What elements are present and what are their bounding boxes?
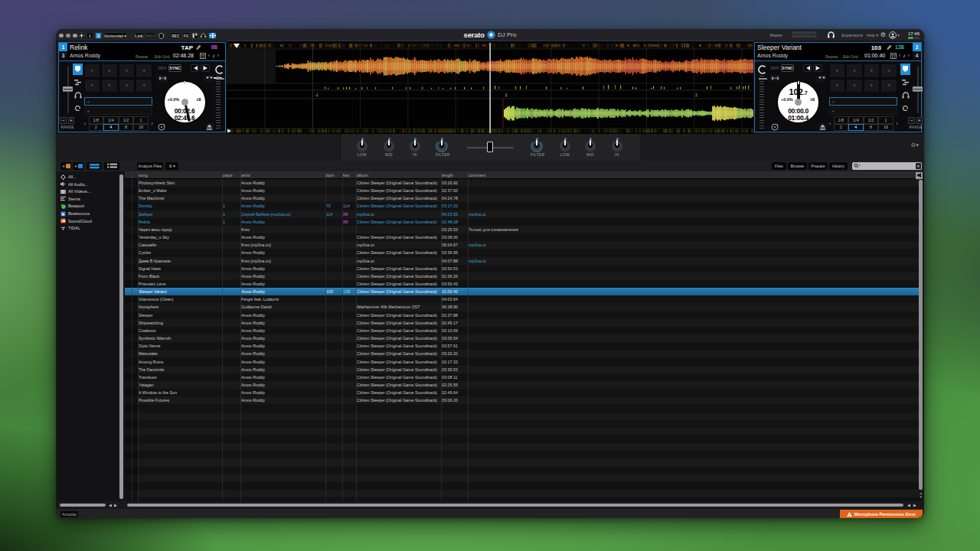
svg-text:+: + xyxy=(74,164,77,169)
svg-text:+: + xyxy=(62,164,65,169)
svg-text:-1: -1 xyxy=(315,93,318,97)
svg-text:2: 2 xyxy=(695,93,697,97)
svg-text:1: 1 xyxy=(505,93,508,97)
